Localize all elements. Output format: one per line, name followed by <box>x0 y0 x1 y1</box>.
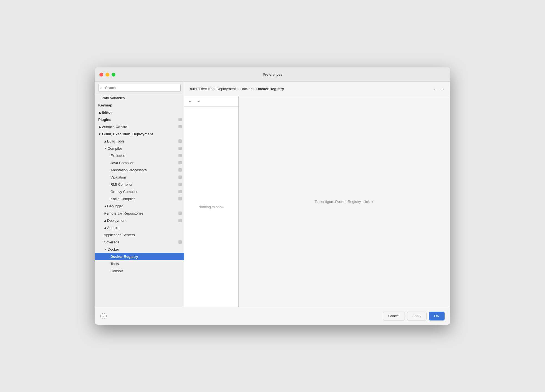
main-hint-area: To configure Docker Registry, click '+' <box>239 96 450 307</box>
remote-jar-scrollbar-icon <box>178 212 182 215</box>
path-variables-label: Path Variables <box>102 96 125 100</box>
bottom-actions: Cancel Apply OK <box>383 312 445 320</box>
groovy-compiler-scrollbar-icon <box>178 190 182 193</box>
validation-scrollbar-icon <box>178 175 182 179</box>
sidebar-item-docker[interactable]: ▼ Docker <box>95 246 184 253</box>
validation-label: Validation <box>110 175 126 179</box>
sidebar-item-plugins[interactable]: Plugins <box>95 116 184 123</box>
breadcrumb-sep2: › <box>253 87 254 91</box>
preferences-window: Preferences ⌕ Path Variables Keymap <box>95 67 450 325</box>
compiler-scrollbar-icon <box>178 147 182 150</box>
sidebar-item-console[interactable]: Console <box>95 267 184 274</box>
version-control-label: Version Control <box>102 125 128 129</box>
java-compiler-scrollbar-icon <box>178 161 182 164</box>
editor-chevron: ▶ <box>98 111 101 113</box>
search-input[interactable] <box>98 84 181 92</box>
maximize-button[interactable] <box>112 73 115 77</box>
search-bar: ⌕ <box>95 82 184 94</box>
keymap-label: Keymap <box>98 103 112 107</box>
console-label: Console <box>110 269 124 273</box>
coverage-scrollbar-icon <box>178 240 182 244</box>
sidebar-item-validation[interactable]: Validation <box>95 174 184 181</box>
docker-chevron: ▼ <box>104 248 107 251</box>
search-wrapper: ⌕ <box>98 84 181 92</box>
search-icon: ⌕ <box>100 86 102 90</box>
back-arrow[interactable]: ← <box>432 86 438 92</box>
compiler-chevron: ▼ <box>104 147 107 150</box>
sidebar-item-groovy-compiler[interactable]: Groovy Compiler <box>95 188 184 195</box>
annotation-processors-scrollbar-icon <box>178 168 182 172</box>
sidebar-item-rmi-compiler[interactable]: RMI Compiler <box>95 181 184 188</box>
sidebar-item-tools[interactable]: Tools <box>95 260 184 267</box>
main-hint-text: To configure Docker Registry, click '+' <box>315 200 374 204</box>
cancel-button[interactable]: Cancel <box>383 312 405 320</box>
sidebar-item-version-control[interactable]: ▶ Version Control <box>95 123 184 130</box>
tools-label: Tools <box>110 262 119 266</box>
rmi-compiler-label: RMI Compiler <box>110 182 132 187</box>
apply-button[interactable]: Apply <box>407 312 427 320</box>
window-controls <box>99 73 115 77</box>
breadcrumb-part1: Build, Execution, Deployment <box>189 87 236 91</box>
help-button[interactable]: ? <box>100 313 107 319</box>
sidebar-item-build-tools[interactable]: ▶ Build Tools <box>95 138 184 145</box>
debugger-label: Debugger <box>107 204 123 208</box>
sidebar-item-path-variables[interactable]: Path Variables <box>95 94 184 101</box>
sidebar-item-coverage[interactable]: Coverage <box>95 238 184 246</box>
remote-jar-label: Remote Jar Repositories <box>104 211 143 215</box>
build-execution-chevron: ▼ <box>98 133 101 136</box>
kotlin-compiler-label: Kotlin Compiler <box>110 197 135 201</box>
sidebar-scroll[interactable]: Path Variables Keymap ▶ Editor Plugins <box>95 94 184 307</box>
sidebar-item-excludes[interactable]: Excludes <box>95 152 184 159</box>
breadcrumb-part3: Docker Registry <box>256 87 284 91</box>
registry-list-empty: Nothing to show <box>184 107 238 307</box>
breadcrumb-sep1: › <box>238 87 239 91</box>
title-bar: Preferences <box>95 67 450 82</box>
window-title: Preferences <box>263 72 282 77</box>
annotation-processors-label: Annotation Processors <box>110 168 147 172</box>
build-execution-label: Build, Execution, Deployment <box>102 132 153 136</box>
excludes-scrollbar-icon <box>178 154 182 157</box>
nav-arrows: ← → <box>432 86 446 92</box>
minimize-button[interactable] <box>105 73 109 77</box>
build-tools-label: Build Tools <box>107 139 125 143</box>
sidebar-item-docker-registry[interactable]: Docker Registry <box>95 253 184 260</box>
sidebar-item-annotation-processors[interactable]: Annotation Processors <box>95 166 184 174</box>
sidebar: ⌕ Path Variables Keymap ▶ Editor <box>95 82 184 307</box>
sidebar-item-application-servers[interactable]: Application Servers <box>95 231 184 238</box>
right-panel: Build, Execution, Deployment › Docker › … <box>184 82 450 307</box>
sidebar-item-debugger[interactable]: ▶ Debugger <box>95 202 184 210</box>
sidebar-item-java-compiler[interactable]: Java Compiler <box>95 159 184 166</box>
android-label: Android <box>107 226 120 230</box>
remove-registry-button[interactable]: − <box>195 98 202 105</box>
version-control-chevron: ▶ <box>98 126 101 128</box>
breadcrumb: Build, Execution, Deployment › Docker › … <box>189 87 432 91</box>
sidebar-item-deployment[interactable]: ▶ Deployment <box>95 217 184 224</box>
build-tools-chevron: ▶ <box>104 140 107 142</box>
docker-registry-label: Docker Registry <box>110 254 138 259</box>
excludes-label: Excludes <box>110 154 125 158</box>
plugins-label: Plugins <box>98 118 111 122</box>
close-button[interactable] <box>99 73 103 77</box>
debugger-chevron: ▶ <box>104 205 107 207</box>
deployment-scrollbar-icon <box>178 219 182 222</box>
plugins-scrollbar-icon <box>178 118 182 121</box>
registry-list-panel: + − Nothing to show <box>184 96 239 307</box>
sidebar-item-android[interactable]: ▶ Android <box>95 224 184 231</box>
deployment-label: Deployment <box>107 218 126 223</box>
build-tools-scrollbar-icon <box>178 139 182 143</box>
sidebar-item-compiler[interactable]: ▼ Compiler <box>95 145 184 152</box>
java-compiler-label: Java Compiler <box>110 161 133 165</box>
add-registry-button[interactable]: + <box>186 98 194 105</box>
sidebar-item-remote-jar[interactable]: Remote Jar Repositories <box>95 210 184 217</box>
sidebar-item-keymap[interactable]: Keymap <box>95 101 184 109</box>
sidebar-item-build-execution[interactable]: ▼ Build, Execution, Deployment <box>95 130 184 138</box>
ok-button[interactable]: OK <box>429 312 445 320</box>
list-toolbar: + − <box>184 96 238 107</box>
kotlin-compiler-scrollbar-icon <box>178 197 182 200</box>
android-chevron: ▶ <box>104 226 107 229</box>
main-content: ⌕ Path Variables Keymap ▶ Editor <box>95 82 450 307</box>
deployment-chevron: ▶ <box>104 219 107 222</box>
sidebar-item-editor[interactable]: ▶ Editor <box>95 109 184 116</box>
forward-arrow[interactable]: → <box>440 86 446 92</box>
sidebar-item-kotlin-compiler[interactable]: Kotlin Compiler <box>95 195 184 202</box>
